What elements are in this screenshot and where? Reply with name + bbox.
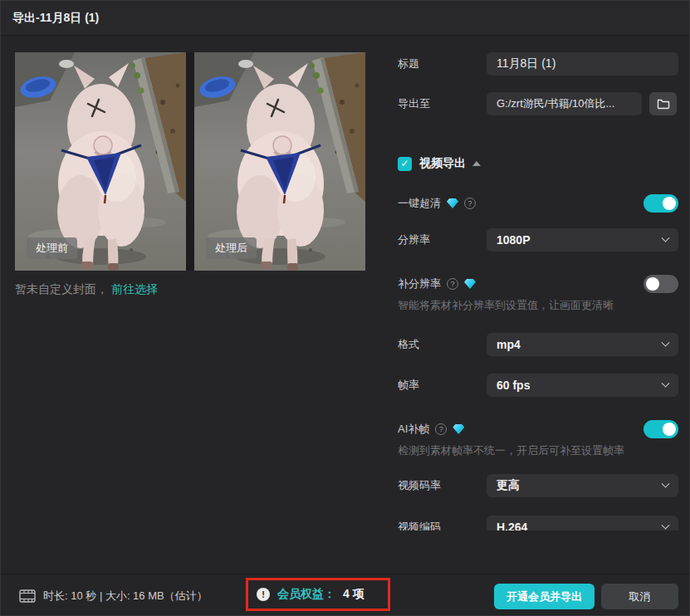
help-icon[interactable]: ? xyxy=(447,278,458,290)
cancel-button[interactable]: 取消 xyxy=(601,584,678,609)
title-row: 标题 xyxy=(398,52,678,76)
format-dropdown[interactable]: mp4 xyxy=(487,333,678,356)
after-badge: 处理后 xyxy=(206,237,257,259)
video-preview: 处理前 处理后 xyxy=(15,52,365,271)
cover-caption: 暂未自定义封面， 前往选择 xyxy=(15,282,158,297)
toggle-knob xyxy=(646,277,659,291)
vip-diamond-icon xyxy=(453,424,464,434)
toggle-knob xyxy=(663,423,676,436)
toggle-knob xyxy=(663,197,676,210)
cover-hint-text: 暂未自定义封面， xyxy=(15,282,108,296)
format-label: 格式 xyxy=(398,337,487,352)
dialog-titlebar: 导出-11月8日 (1) xyxy=(1,1,689,36)
video-export-checkbox[interactable]: ✓ xyxy=(398,157,412,171)
bitrate-value: 更高 xyxy=(497,478,520,493)
ai-interpolation-desc: 检测到素材帧率不统一，开启后可补至设置帧率 xyxy=(398,443,678,458)
super-hd-toggle[interactable] xyxy=(644,194,678,213)
ai-interpolation-label: AI补帧 xyxy=(398,422,429,437)
bitrate-dropdown[interactable]: 更高 xyxy=(487,474,678,497)
chevron-down-icon xyxy=(662,479,670,487)
vip-diamond-icon xyxy=(447,198,458,208)
format-value: mp4 xyxy=(497,338,521,351)
super-hd-row: 一键超清 ? xyxy=(398,192,678,215)
dialog-title: 导出-11月8日 (1) xyxy=(12,11,99,26)
media-info: 时长: 10 秒 | 大小: 16 MB（估计） xyxy=(19,574,208,616)
super-resolution-desc: 智能将素材补分辨率到设置值，让画面更清晰 xyxy=(398,298,678,313)
title-label: 标题 xyxy=(398,56,487,71)
dialog-footer: 时长: 10 秒 | 大小: 16 MB（估计） ! 会员权益： 4 项 开通会… xyxy=(1,574,689,616)
format-row: 格式 mp4 xyxy=(398,333,678,356)
fps-label: 帧率 xyxy=(398,378,487,393)
export-dialog: 导出-11月8日 (1) xyxy=(0,0,690,616)
codec-value: H.264 xyxy=(497,521,527,530)
video-export-label: 视频导出 xyxy=(419,156,466,171)
member-benefits-annotation-box: ! 会员权益： 4 项 xyxy=(246,578,390,611)
browse-folder-button[interactable] xyxy=(649,92,677,115)
bitrate-row: 视频码率 更高 xyxy=(398,474,678,497)
before-badge: 处理前 xyxy=(27,237,77,259)
codec-dropdown[interactable]: H.264 xyxy=(487,516,678,530)
bitrate-label: 视频码率 xyxy=(398,478,487,493)
chevron-down-icon xyxy=(662,233,670,242)
member-benefits-count: 4 项 xyxy=(343,587,365,602)
choose-cover-link[interactable]: 前往选择 xyxy=(111,282,158,296)
help-icon[interactable]: ? xyxy=(435,423,447,435)
export-to-label: 导出至 xyxy=(398,96,487,111)
fps-dropdown[interactable]: 60 fps xyxy=(487,374,678,397)
super-resolution-toggle[interactable] xyxy=(644,275,678,293)
fps-value: 60 fps xyxy=(497,379,530,392)
resolution-dropdown[interactable]: 1080P xyxy=(487,228,678,252)
member-benefits-label: 会员权益： xyxy=(277,587,335,602)
resolution-value: 1080P xyxy=(497,233,530,247)
resolution-label: 分辨率 xyxy=(398,232,487,247)
ai-interpolation-row: AI补帧 ? xyxy=(398,418,678,441)
chevron-down-icon xyxy=(662,338,670,346)
export-path-row: 导出至 G:/zrt游民/书籍/10倍比... xyxy=(398,92,678,115)
chevron-down-icon xyxy=(662,379,670,387)
title-input[interactable] xyxy=(487,52,678,76)
export-path-input[interactable]: G:/zrt游民/书籍/10倍比... xyxy=(487,92,642,115)
help-icon[interactable]: ? xyxy=(464,198,476,209)
super-hd-label: 一键超清 xyxy=(398,196,441,211)
duration-size-text: 时长: 10 秒 | 大小: 16 MB（估计） xyxy=(43,589,208,604)
codec-row: 视频编码 H.264 xyxy=(398,516,678,530)
alert-icon: ! xyxy=(257,588,270,601)
super-resolution-row: 补分辨率 ? xyxy=(398,272,678,296)
film-icon xyxy=(19,589,36,603)
subscribe-and-export-button[interactable]: 开通会员并导出 xyxy=(494,584,595,609)
codec-label: 视频编码 xyxy=(398,520,487,530)
video-export-row: ✓ 视频导出 xyxy=(398,154,678,174)
collapse-section-icon[interactable] xyxy=(472,161,481,166)
resolution-row: 分辨率 1080P xyxy=(398,228,678,252)
fps-row: 帧率 60 fps xyxy=(398,374,678,397)
folder-icon xyxy=(657,98,670,110)
export-settings-panel: 标题 导出至 G:/zrt游民/书籍/10倍比... ✓ 视频导出 一键超清 ? xyxy=(398,47,678,530)
chevron-down-icon xyxy=(662,521,670,529)
ai-interpolation-toggle[interactable] xyxy=(644,420,678,438)
super-resolution-label: 补分辨率 xyxy=(398,276,441,291)
vip-diamond-icon xyxy=(464,279,476,289)
